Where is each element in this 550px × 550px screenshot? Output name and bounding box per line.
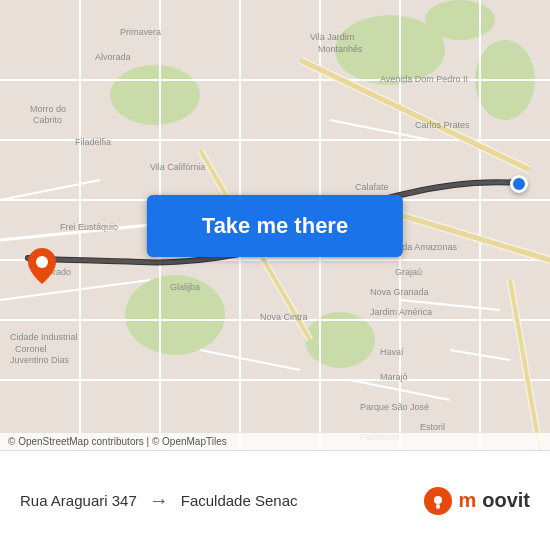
button-container: Take me there <box>147 195 403 257</box>
svg-text:Primavera: Primavera <box>120 27 161 37</box>
arrow-icon: → <box>149 489 169 512</box>
svg-text:Vila Califórnia: Vila Califórnia <box>150 162 205 172</box>
svg-text:Nova Cintra: Nova Cintra <box>260 312 308 322</box>
svg-text:Frei Eustáquio: Frei Eustáquio <box>60 222 118 232</box>
svg-text:Avenida Dom Pedro II: Avenida Dom Pedro II <box>380 74 468 84</box>
svg-text:Cabrito: Cabrito <box>33 115 62 125</box>
svg-point-63 <box>36 256 48 268</box>
svg-text:Grajaú: Grajaú <box>395 267 422 277</box>
svg-point-3 <box>425 0 495 40</box>
svg-text:Carlos Prates: Carlos Prates <box>415 120 470 130</box>
destination-marker <box>510 175 528 193</box>
destination-label: Faculdade Senac <box>181 492 298 509</box>
moovit-logo: moovit <box>424 487 530 515</box>
svg-text:Glalijba: Glalijba <box>170 282 200 292</box>
svg-text:Montanhês: Montanhês <box>318 44 363 54</box>
svg-text:Filadélfia: Filadélfia <box>75 137 111 147</box>
svg-point-1 <box>110 65 200 125</box>
svg-text:Calafate: Calafate <box>355 182 389 192</box>
moovit-name: oovit <box>482 489 530 512</box>
svg-text:Marajó: Marajó <box>380 372 408 382</box>
svg-text:Morro do: Morro do <box>30 104 66 114</box>
svg-text:Nova Granada: Nova Granada <box>370 287 429 297</box>
svg-rect-66 <box>436 504 440 509</box>
svg-text:Parque São José: Parque São José <box>360 402 429 412</box>
svg-text:Estoril: Estoril <box>420 422 445 432</box>
bottom-info-bar: Rua Araguari 347 → Faculdade Senac moovi… <box>0 450 550 550</box>
take-me-there-button[interactable]: Take me there <box>147 195 403 257</box>
svg-text:Alvorada: Alvorada <box>95 52 131 62</box>
svg-text:Coronel: Coronel <box>15 344 47 354</box>
svg-text:Jardim América: Jardim América <box>370 307 432 317</box>
svg-text:Juventino Dias: Juventino Dias <box>10 355 70 365</box>
map-attribution: © OpenStreetMap contributors | © OpenMap… <box>0 433 550 450</box>
app-container: Alvorada Primavera Vila Jardim Montanhês… <box>0 0 550 550</box>
svg-text:Cidade Industrial: Cidade Industrial <box>10 332 78 342</box>
svg-point-65 <box>434 496 442 504</box>
origin-label: Rua Araguari 347 <box>20 492 137 509</box>
svg-text:Havaí: Havaí <box>380 347 404 357</box>
moovit-m: m <box>458 489 476 512</box>
route-info: Rua Araguari 347 → Faculdade Senac <box>20 489 424 512</box>
svg-text:Vila Jardim: Vila Jardim <box>310 32 354 42</box>
moovit-icon <box>424 487 452 515</box>
origin-marker <box>28 248 56 284</box>
